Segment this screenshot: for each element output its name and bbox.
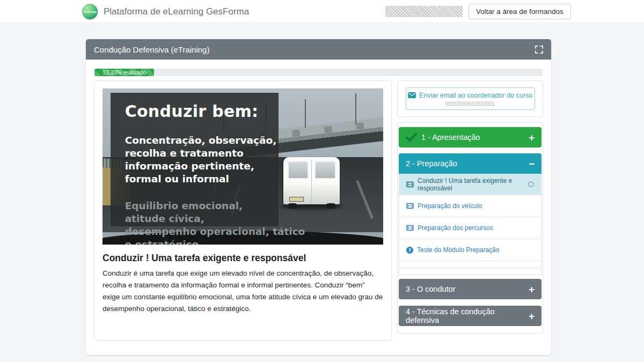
module-2-header[interactable]: 2 - Preparação − bbox=[399, 153, 541, 174]
progress-label: 13.33% realizado bbox=[103, 69, 146, 76]
slide-light-pole bbox=[305, 99, 306, 127]
course-panel-header: Condução Defensiva (eTraining) bbox=[86, 39, 551, 60]
module-3-header[interactable]: 3 - O condutor + bbox=[399, 279, 541, 299]
module-2-items: Conduzir ! Uma tarefa exigente e respons… bbox=[399, 174, 541, 275]
app-title: Plataforma de eLearning GesForma bbox=[104, 6, 249, 17]
back-to-trainees-button[interactable]: Voltar a área de formandos bbox=[469, 4, 571, 19]
film-icon bbox=[406, 225, 414, 231]
loading-spinner-icon bbox=[528, 181, 534, 187]
slide-light-pole bbox=[355, 93, 356, 124]
lesson-card: Conduzir bem: Concentração, observação, … bbox=[94, 80, 392, 341]
lesson-item-current[interactable]: Conduzir ! Uma tarefa exigente e respons… bbox=[399, 174, 541, 195]
collapse-minus-icon: − bbox=[529, 159, 535, 169]
lesson-item-label: Preparação dos percursos bbox=[418, 224, 493, 232]
slide-white-van bbox=[283, 157, 340, 209]
page-body: Condução Defensiva (eTraining) 13.33% re… bbox=[0, 23, 644, 362]
email-coordinator-link[interactable]: Enviar email ao coordenador do curso bbox=[406, 87, 535, 110]
course-sidebar: Enviar email ao coordenador do curso 1 -… bbox=[397, 80, 543, 341]
film-icon bbox=[406, 181, 414, 188]
slide-heading: Conduzir bem: bbox=[125, 102, 279, 121]
lesson-slide-image: Conduzir bem: Concentração, observação, … bbox=[103, 88, 383, 245]
quiz-item-label: Teste do Módulo Preparação bbox=[417, 246, 499, 254]
svg-text:?: ? bbox=[408, 247, 411, 253]
module-1-header[interactable]: 1 - Apresentação + bbox=[399, 127, 541, 147]
progress-fill: 13.33% realizado bbox=[94, 69, 154, 76]
film-icon bbox=[406, 203, 414, 209]
course-panel: Condução Defensiva (eTraining) 13.33% re… bbox=[86, 39, 551, 355]
module-4-header[interactable]: 4 - Técnicas de condução defensiva + bbox=[399, 306, 541, 326]
expand-plus-icon: + bbox=[529, 284, 535, 294]
quiz-item[interactable]: ? Teste do Módulo Preparação bbox=[399, 239, 541, 261]
question-circle-icon: ? bbox=[406, 247, 413, 254]
progress-bar: 13.33% realizado bbox=[94, 69, 543, 76]
panel-content: Conduzir bem: Concentração, observação, … bbox=[86, 76, 551, 341]
module-1-title: 1 - Apresentação bbox=[421, 133, 480, 142]
lesson-item[interactable]: Preparação do veículo bbox=[399, 195, 541, 217]
top-header: GesForma Plataforma de eLearning GesForm… bbox=[0, 0, 644, 23]
expand-plus-icon: + bbox=[529, 311, 535, 321]
lesson-item-label: Conduzir ! Uma tarefa exigente e respons… bbox=[418, 177, 524, 192]
slide-primary-text: Concentração, observação, recolha e trat… bbox=[125, 134, 279, 186]
course-title: Condução Defensiva (eTraining) bbox=[94, 45, 209, 54]
email-link-label: Enviar email ao coordenador do curso bbox=[419, 92, 532, 99]
slide-text-overlay: Conduzir bem: Concentração, observação, … bbox=[111, 93, 279, 226]
redacted-username bbox=[385, 6, 463, 17]
empty-list-item bbox=[399, 268, 541, 275]
lesson-title: Conduzir ! Uma tarefa exigente e respons… bbox=[103, 253, 383, 264]
module-3-title: 3 - O condutor bbox=[406, 285, 456, 293]
expand-plus-icon: + bbox=[529, 132, 535, 143]
lesson-item[interactable]: Preparação dos percursos bbox=[399, 217, 541, 239]
gesforma-logo-icon: GesForma bbox=[82, 4, 98, 19]
empty-list-item bbox=[399, 261, 541, 268]
brand: GesForma Plataforma de eLearning GesForm… bbox=[82, 0, 249, 23]
module-2-title: 2 - Preparação bbox=[406, 159, 457, 168]
module-4-title: 4 - Técnicas de condução defensiva bbox=[406, 307, 529, 324]
lesson-item-label: Preparação do veículo bbox=[418, 202, 482, 210]
modules-card: 1 - Apresentação + 2 - Preparação − bbox=[397, 122, 543, 334]
checkmark-icon bbox=[406, 133, 417, 142]
envelope-icon bbox=[408, 92, 416, 98]
lesson-description: Conduzir é uma tarefa que exige um eleva… bbox=[103, 268, 383, 314]
email-card: Enviar email ao coordenador do curso bbox=[397, 80, 543, 117]
header-right: Voltar a área de formandos bbox=[385, 0, 571, 23]
logo-text: GesForma bbox=[83, 10, 97, 13]
redacted-coordinator-name bbox=[445, 101, 495, 106]
fullscreen-icon[interactable] bbox=[535, 46, 543, 54]
slide-secondary-text: Equilibrio emocional, atitude cívica, de… bbox=[125, 200, 279, 245]
